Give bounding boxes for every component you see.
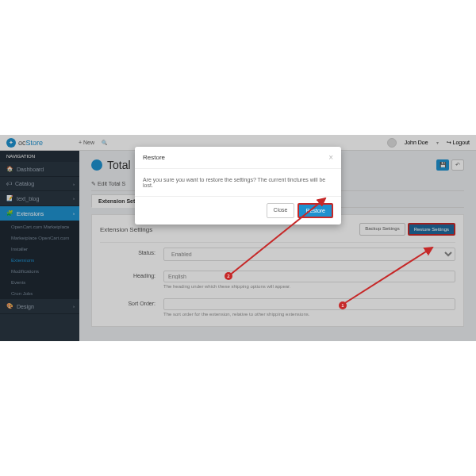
modal-restore-button[interactable]: Restore bbox=[298, 203, 333, 218]
modal-title: Restore bbox=[143, 154, 165, 161]
marker-1: 1 bbox=[339, 301, 347, 309]
close-icon[interactable]: × bbox=[328, 153, 333, 162]
restore-modal: Restore × Are you sure you want to resto… bbox=[135, 147, 341, 225]
modal-close-button[interactable]: Close bbox=[267, 203, 295, 218]
modal-body: Are you sure you want to restore the set… bbox=[135, 169, 341, 196]
marker-2: 2 bbox=[225, 272, 232, 280]
